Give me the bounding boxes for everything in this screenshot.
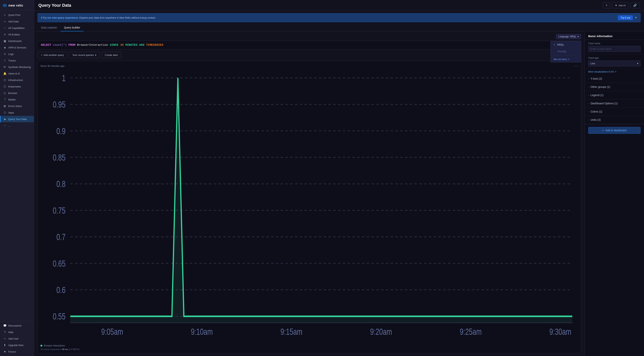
create-alert-label: Create alert [105, 54, 118, 56]
ask-ai-button[interactable]: ✦ Ask AI [612, 2, 628, 8]
sidebar-item-traces[interactable]: ⌇ Traces [0, 57, 34, 64]
check-icon: ✓ [553, 43, 556, 46]
sidebar-item-label: All Entities [8, 33, 20, 36]
query-from-keyword: FROM [68, 43, 75, 47]
header-actions: ? ✦ Ask AI 🔗 [603, 2, 640, 8]
panel-title: Basic information [585, 31, 644, 40]
accordion-legend-header[interactable]: › Legend (1) [585, 91, 644, 99]
query-actions: + Add another query Your recent queries … [38, 52, 581, 58]
sidebar-item-more[interactable]: ⋯ ... [0, 122, 34, 129]
chart-header: Since 30 minutes ago ⋯ [40, 64, 578, 68]
meps-count: (0.0 MEPS) [68, 348, 80, 351]
accordion-colors-header[interactable]: › Colors (1) [585, 108, 644, 116]
see-docs-link[interactable]: See our docs ↗ [551, 56, 581, 62]
accordion-colors: › Colors (1) [585, 108, 644, 116]
plus-icon: + [3, 13, 6, 16]
svg-text:0.8: 0.8 [56, 179, 66, 189]
sidebar: new relic + Quick Find + Add Data ⋯ All … [0, 0, 34, 356]
chevron-down-icon: ▾ [637, 62, 638, 65]
sidebar-item-label: Infrastructure [8, 79, 23, 82]
query-editor[interactable]: SELECT count(*) FROM BrowserInteraction … [38, 41, 581, 50]
chevron-right-icon: › [588, 102, 589, 105]
sidebar-item-infrastructure[interactable]: ⬡ Infrastructure [0, 77, 34, 83]
accordion-dashboard-options-header[interactable]: › Dashboard Options (1) [585, 99, 644, 107]
accordion-dashboard-options-label: Dashboard Options (1) [590, 102, 618, 105]
line-chart: 1 0.95 0.9 0.85 0.8 0.75 0.7 0.65 0.6 0.… [40, 70, 578, 343]
add-query-label: Add another query [44, 54, 64, 56]
svg-text:0.95: 0.95 [53, 100, 66, 110]
sidebar-item-all-entities[interactable]: ≡ All Entities [0, 31, 34, 38]
sidebar-item-query-your-data[interactable]: ◈ Query Your Data [0, 116, 34, 122]
sidebar-item-discussions[interactable]: 💬 Discussions [0, 322, 34, 329]
chart-type-label: Chart type [588, 57, 640, 59]
sidebar-item-add-data[interactable]: + Add Data [0, 18, 34, 25]
sidebar-item-mobile[interactable]: 📱 Mobile [0, 96, 34, 103]
sidebar-bottom: 💬 Discussions ? Help + Add User ⬆ Upgrad… [0, 321, 34, 356]
accordion-legend-label: Legend (1) [590, 94, 604, 97]
tab-query-builder[interactable]: Query builder [60, 24, 84, 31]
sidebar-item-label: Query Your Data [8, 118, 27, 121]
sidebar-item-help[interactable]: ? Help [0, 329, 34, 335]
add-another-query-button[interactable]: + Add another query [38, 52, 67, 58]
help-icon: ? [3, 331, 6, 334]
sidebar-item-errors-inbox[interactable]: ⊠ Errors Inbox [0, 103, 34, 109]
chart-menu-button[interactable]: ⋯ [575, 64, 578, 68]
banner-detail-text: Explore your data from anywhere in New R… [79, 16, 156, 19]
sidebar-item-logs[interactable]: ≡ Logs [0, 51, 34, 57]
chart-type-select[interactable]: Line ▾ [588, 60, 640, 66]
query-panel: Language: NRQL ▾ ✓ NRQL PromQL [34, 31, 584, 356]
accordion-legend: › Legend (1) [585, 91, 644, 99]
svg-text:0.7: 0.7 [56, 232, 66, 242]
banner-right: Try it out × [618, 15, 637, 20]
sidebar-item-dashboards[interactable]: ▦ Dashboards [0, 38, 34, 44]
language-dropdown: ✓ NRQL PromQL See our docs ↗ [550, 41, 581, 62]
sidebar-item-favour[interactable]: ★ Favour [0, 348, 34, 355]
tab-data-explorer[interactable]: Data explorer [38, 24, 60, 31]
query-minutes-keyword: MINUTES [125, 43, 138, 47]
accordion-other-groups-label: Other groups (1) [590, 85, 610, 88]
sidebar-item-alerts-ai[interactable]: 🔔 Alerts & AI [0, 70, 34, 77]
apm-icon: ◈ [3, 46, 6, 49]
language-selector-button[interactable]: Language: NRQL ▾ [556, 34, 581, 39]
sidebar-item-synthetic-monitoring[interactable]: ⟳ Synthetic Monitoring [0, 64, 34, 70]
sidebar-item-apm-services[interactable]: ◈ APM & Services [0, 44, 34, 51]
sidebar-item-upgrade[interactable]: ⬆ Upgrade Now [0, 342, 34, 348]
accordion-units: › Units (2) [585, 116, 644, 124]
right-panel: Basic information Chart name Chart type … [584, 31, 644, 356]
accordion-y-axis-header[interactable]: › Y-Axis (2) [585, 75, 644, 83]
banner-close-button[interactable]: × [635, 16, 637, 20]
recent-queries-button[interactable]: Your recent queries ▾ [69, 52, 100, 58]
lang-option-promql[interactable]: PromQL [551, 48, 581, 55]
sidebar-item-label: Alerts & AI [8, 72, 20, 75]
accordion-other-groups: › Other groups (1) [585, 83, 644, 91]
chart-name-input[interactable] [588, 46, 640, 52]
sidebar-item-browser[interactable]: ◻ Browser [0, 90, 34, 96]
sidebar-item-label: Quick Find [8, 13, 20, 16]
sidebar-item-kubernetes[interactable]: ⎔ Kubernetes [0, 83, 34, 90]
create-alert-button[interactable]: Create alert [102, 52, 121, 58]
try-out-button[interactable]: Try it out [618, 15, 633, 20]
accordion-other-groups-header[interactable]: › Other groups (1) [585, 83, 644, 91]
accordion-units-header[interactable]: › Units (2) [585, 116, 644, 124]
link-button[interactable]: 🔗 [630, 2, 640, 8]
logs-icon: ≡ [3, 52, 6, 55]
sidebar-item-all-capabilities[interactable]: ⋯ All Capabilities [0, 25, 34, 31]
entities-icon: ≡ [3, 33, 6, 36]
dashboards-icon: ▦ [3, 39, 6, 42]
chevron-down-icon: ▾ [578, 35, 579, 38]
accordion-y-axis-label: Y-Axis (2) [590, 77, 602, 80]
sidebar-logo: new relic [0, 0, 34, 10]
add-to-dashboard-button[interactable]: + Add to dashboard [588, 127, 640, 134]
banner-strong-text: Try our new query experience. [43, 16, 79, 19]
svg-text:9:20am: 9:20am [370, 327, 392, 337]
sidebar-item-apps[interactable]: ⬡ Apps [0, 109, 34, 116]
query-table-name: BrowserInteraction [77, 43, 110, 47]
sidebar-item-label: Apps [8, 111, 14, 114]
dropdown-separator [551, 55, 581, 56]
sidebar-item-add-user[interactable]: + Add User [0, 335, 34, 342]
lang-option-nrql[interactable]: ✓ NRQL [551, 41, 581, 48]
sidebar-item-quick-find[interactable]: + Quick Find [0, 12, 34, 18]
help-button[interactable]: ? [603, 2, 610, 8]
chevron-right-icon: › [588, 86, 589, 88]
more-viz-link[interactable]: More visualizations in I/O ↗ [585, 69, 644, 75]
